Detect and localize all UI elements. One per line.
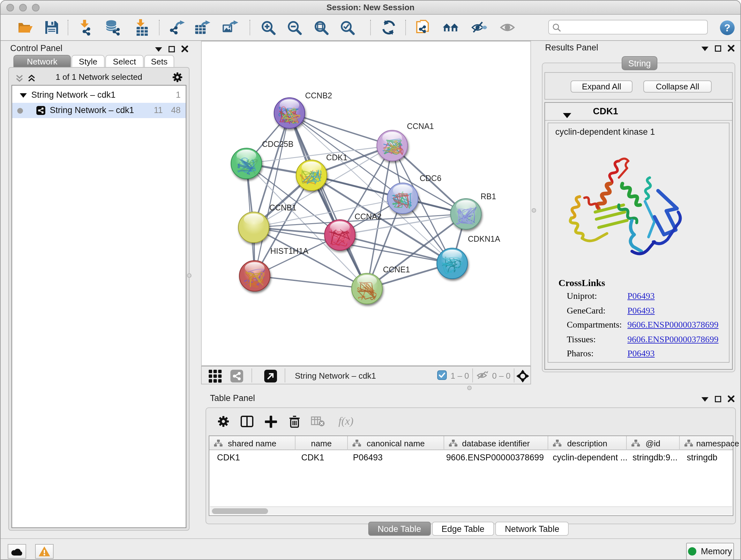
table-horizontal-scrollbar[interactable] — [210, 506, 732, 515]
memory-button[interactable]: Memory — [686, 543, 734, 560]
crosslink-link[interactable]: P06493 — [627, 291, 655, 301]
table-cell[interactable]: stringdb:9... — [632, 453, 677, 462]
import-table-button[interactable] — [133, 19, 150, 36]
panel-menu-icon[interactable] — [701, 396, 709, 401]
tree-expander-icon[interactable] — [20, 92, 27, 98]
table-cell[interactable]: CDK1 — [217, 453, 240, 462]
close-panel-icon[interactable] — [728, 45, 735, 52]
crosslink-link[interactable]: 9606.ENSP00000378699 — [627, 334, 718, 345]
table-cell[interactable]: P06493 — [353, 453, 383, 462]
column-header-database-identifier[interactable]: database identifier — [444, 436, 548, 450]
column-header-description[interactable]: description — [548, 436, 627, 450]
float-panel-icon[interactable] — [715, 45, 721, 51]
hide-selected-button[interactable] — [471, 19, 488, 36]
edge-CCNB2-CCNE1[interactable] — [289, 113, 367, 289]
crosslink-link[interactable]: P06493 — [627, 349, 655, 359]
function-builder-button[interactable]: f(x) — [335, 414, 357, 429]
scrollbar-thumb[interactable] — [212, 508, 268, 514]
help-button[interactable]: ? — [719, 19, 735, 36]
import-network-file-button[interactable] — [78, 19, 94, 36]
tab-select[interactable]: Select — [105, 55, 144, 68]
fit-content-crosshair-icon[interactable] — [516, 369, 529, 382]
tab-node-table[interactable]: Node Table — [368, 522, 430, 536]
add-column-icon[interactable] — [263, 414, 278, 429]
zoom-selected-button[interactable] — [339, 19, 355, 36]
column-header-namespace[interactable]: namespace — [680, 436, 741, 450]
column-header-shared-name[interactable]: shared name — [209, 436, 295, 450]
expand-all-button[interactable]: Expand All — [570, 80, 632, 92]
panel-menu-icon[interactable] — [155, 46, 162, 51]
open-in-window-icon[interactable] — [263, 368, 278, 384]
network-options-gear-icon[interactable] — [172, 72, 183, 85]
control-panel-tabs: NetworkStyleSelectSets — [13, 55, 175, 68]
table-cell[interactable]: stringdb — [687, 453, 718, 462]
crosslink-link[interactable]: 9606.ENSP00000378699 — [627, 320, 718, 330]
network-canvas[interactable]: CCNB2CCNA1CDC25BCDK1CDC6RB1CCNB1CCNA2CDK… — [201, 41, 531, 366]
zoom-in-button[interactable] — [260, 19, 276, 36]
edge-CCNB2-CCNA1[interactable] — [289, 113, 392, 145]
export-image-button[interactable] — [221, 19, 238, 36]
table-options-gear-icon[interactable] — [216, 414, 231, 429]
crosslink-link[interactable]: P06493 — [627, 306, 655, 316]
title-bar: Session: New Session — [1, 1, 740, 15]
column-header-@id[interactable]: @id — [627, 436, 680, 450]
cloud-status-button[interactable] — [8, 544, 26, 559]
node-CCNA1[interactable]: CCNA1 — [377, 122, 434, 161]
birdseye-grid-icon[interactable] — [207, 368, 223, 384]
zoom-out-button[interactable] — [286, 19, 302, 36]
table-cell[interactable]: 9606.ENSP00000378699 — [446, 453, 544, 462]
delete-table-icon[interactable] — [310, 414, 326, 429]
close-panel-icon[interactable] — [728, 395, 735, 402]
divider — [252, 368, 252, 382]
splitter-grip[interactable] — [467, 386, 472, 390]
open-session-button[interactable] — [17, 19, 34, 36]
homology-button[interactable] — [442, 19, 459, 36]
refresh-button[interactable] — [381, 19, 397, 36]
tab-network[interactable]: Network — [13, 55, 71, 68]
export-table-button[interactable] — [194, 19, 211, 36]
tab-edge-table[interactable]: Edge Table — [432, 522, 494, 536]
tab-network-table[interactable]: Network Table — [495, 522, 569, 536]
node-HIST1H1A[interactable]: HIST1H1A — [239, 246, 309, 291]
table-cell[interactable]: cyclin-dependent ... — [553, 453, 627, 462]
string-results-tab[interactable]: String — [622, 56, 657, 70]
float-panel-icon[interactable] — [715, 395, 721, 402]
node-CCNE1[interactable]: CCNE1 — [352, 265, 410, 304]
panel-menu-icon[interactable] — [701, 46, 709, 51]
close-panel-icon[interactable] — [181, 45, 188, 52]
save-session-button[interactable] — [44, 19, 60, 36]
node-CDK1[interactable]: CDK1 — [296, 153, 347, 191]
delete-column-trash-icon[interactable] — [286, 414, 302, 429]
show-columns-icon[interactable] — [239, 414, 255, 429]
show-all-button[interactable] — [500, 19, 516, 36]
export-network-button[interactable] — [169, 19, 185, 36]
node-RB1[interactable]: RB1 — [451, 192, 496, 229]
float-panel-icon[interactable] — [169, 46, 175, 52]
table-row[interactable]: CDK1CDK1P064939606.ENSP00000378699cyclin… — [209, 450, 733, 465]
splitter-grip[interactable] — [532, 208, 536, 212]
node-CDKN1A[interactable]: CDKN1A — [437, 234, 500, 279]
warnings-button[interactable] — [35, 544, 54, 559]
gene-detail-header[interactable]: CDK1 — [545, 103, 732, 121]
tab-sets[interactable]: Sets — [144, 55, 174, 68]
node-CCNB1[interactable]: CCNB1 — [239, 203, 296, 243]
node-CDC6[interactable]: CDC6 — [387, 174, 441, 213]
zoom-fit-button[interactable] — [313, 19, 329, 36]
network-tree-row[interactable]: String Network – cdk1 1 — [12, 87, 186, 103]
edge-HIST1H1A-CCNE1[interactable] — [255, 276, 367, 289]
duplicate-network-button[interactable] — [415, 19, 431, 36]
import-network-database-button[interactable] — [105, 19, 121, 36]
share-network-icon[interactable] — [229, 368, 245, 384]
table-cell[interactable]: CDK1 — [301, 453, 324, 462]
node-label-CDC6: CDC6 — [420, 174, 441, 183]
splitter-grip[interactable] — [187, 273, 192, 278]
network-tree-row[interactable]: String Network – cdk1 11 48 — [12, 103, 186, 118]
tab-style[interactable]: Style — [71, 55, 105, 68]
column-header-name[interactable]: name — [295, 436, 348, 450]
edge-CCNA2-CDKN1A[interactable] — [340, 235, 452, 263]
search-input[interactable] — [563, 21, 703, 33]
node-label-CDK1: CDK1 — [326, 153, 347, 162]
collapse-gene-icon[interactable] — [563, 112, 571, 118]
collapse-all-button[interactable]: Collapse All — [643, 80, 712, 92]
column-header-canonical-name[interactable]: canonical name — [348, 436, 444, 450]
